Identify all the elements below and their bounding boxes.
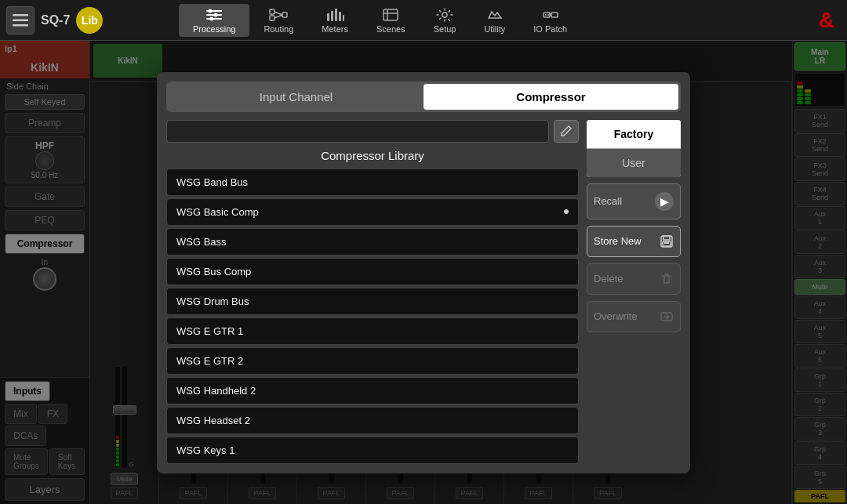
nav-item-meters[interactable]: Meters	[307, 4, 362, 37]
svg-point-26	[545, 14, 547, 16]
svg-line-12	[274, 12, 282, 15]
recall-label: Recall	[594, 195, 622, 207]
nav-label-meters: Meters	[322, 24, 348, 34]
list-item[interactable]: WSG Bass	[166, 228, 579, 256]
modal-overlay: Input Channel Compressor Compressor Libr…	[0, 41, 847, 504]
factory-filter-button[interactable]: Factory	[587, 120, 681, 148]
dot-indicator	[564, 209, 569, 214]
list-item[interactable]: WSG Handheld 2	[166, 377, 579, 404]
nav-label-routing: Routing	[264, 24, 293, 34]
svg-rect-15	[331, 11, 333, 21]
overwrite-icon	[660, 310, 674, 324]
compressor-library-modal: Input Channel Compressor Compressor Libr…	[157, 72, 690, 473]
list-item[interactable]: WSG Basic Comp	[166, 198, 579, 226]
list-item[interactable]: WSG Keys 1	[166, 437, 579, 464]
svg-rect-5	[206, 18, 222, 20]
store-new-button[interactable]: Store New	[587, 226, 681, 257]
top-bar: SQ-7 Lib Processing Routin	[0, 0, 847, 41]
svg-rect-18	[343, 15, 344, 21]
svg-rect-1	[13, 19, 28, 21]
edit-button[interactable]	[554, 120, 579, 143]
library-panel: Compressor Library WSG Band Bus WSG Basi…	[166, 120, 579, 464]
library-title: Compressor Library	[166, 149, 579, 162]
nav-item-setup[interactable]: Setup	[420, 4, 471, 37]
top-bar-left: SQ-7 Lib	[6, 6, 179, 34]
user-filter-button[interactable]: User	[587, 149, 681, 177]
svg-rect-9	[270, 9, 274, 14]
svg-point-22	[442, 13, 447, 17]
delete-button[interactable]: Delete	[587, 263, 681, 295]
trash-icon	[660, 272, 674, 286]
tab-compressor[interactable]: Compressor	[424, 84, 678, 110]
svg-rect-16	[335, 9, 337, 21]
modal-right-panel: Factory User Recall ▶ Store New	[587, 120, 681, 464]
nav-items: Processing Routing Meters	[179, 4, 819, 37]
modal-tabs: Input Channel Compressor	[166, 82, 681, 112]
svg-rect-10	[270, 16, 274, 20]
recall-button[interactable]: Recall ▶	[587, 183, 681, 219]
svg-rect-19	[384, 9, 398, 20]
search-row	[166, 120, 579, 143]
svg-rect-2	[13, 24, 28, 27]
store-new-label: Store New	[594, 235, 642, 247]
svg-rect-29	[663, 236, 670, 240]
nav-label-utility: Utility	[484, 24, 505, 34]
list-item[interactable]: WSG Band Bus	[166, 169, 579, 196]
nav-label-setup: Setup	[434, 24, 456, 34]
library-list: WSG Band Bus WSG Basic Comp WSG Bass WSG…	[166, 169, 579, 464]
svg-rect-17	[339, 12, 341, 21]
list-item[interactable]: WSG E GTR 2	[166, 347, 579, 375]
nav-item-processing[interactable]: Processing	[179, 4, 249, 37]
svg-rect-0	[13, 14, 28, 16]
svg-rect-11	[282, 13, 287, 17]
ampersand-logo: &	[819, 8, 841, 33]
svg-rect-31	[664, 242, 669, 244]
modal-body: Compressor Library WSG Band Bus WSG Basi…	[166, 120, 681, 464]
list-item[interactable]: WSG Bus Comp	[166, 258, 579, 285]
svg-point-8	[210, 16, 214, 20]
overwrite-button[interactable]: Overwrite	[587, 301, 681, 332]
filter-group: Factory User	[587, 120, 681, 177]
device-name: SQ-7	[41, 13, 70, 27]
nav-label-iopatch: IO Patch	[533, 24, 567, 34]
svg-point-27	[547, 14, 549, 16]
nav-label-processing: Processing	[193, 24, 235, 34]
list-item[interactable]: WSG Drum Bus	[166, 288, 579, 315]
svg-line-13	[274, 15, 282, 18]
recall-arrow-icon: ▶	[655, 192, 674, 211]
nav-item-iopatch[interactable]: IO Patch	[519, 4, 581, 37]
svg-point-6	[209, 9, 213, 13]
nav-item-routing[interactable]: Routing	[249, 4, 307, 37]
nav-item-utility[interactable]: Utility	[470, 4, 519, 37]
svg-rect-24	[551, 13, 558, 17]
overwrite-label: Overwrite	[594, 310, 638, 322]
save-icon	[660, 234, 674, 248]
delete-label: Delete	[594, 273, 623, 285]
svg-point-7	[214, 13, 218, 16]
lib-button[interactable]: Lib	[76, 7, 103, 34]
list-item[interactable]: WSG Headset 2	[166, 407, 579, 434]
tab-input-channel[interactable]: Input Channel	[169, 84, 424, 110]
nav-item-scenes[interactable]: Scenes	[362, 4, 420, 37]
menu-button[interactable]	[6, 6, 35, 34]
nav-label-scenes: Scenes	[376, 24, 405, 34]
search-input[interactable]	[166, 120, 549, 143]
list-item[interactable]: WSG E GTR 1	[166, 317, 579, 345]
svg-rect-14	[327, 13, 329, 21]
